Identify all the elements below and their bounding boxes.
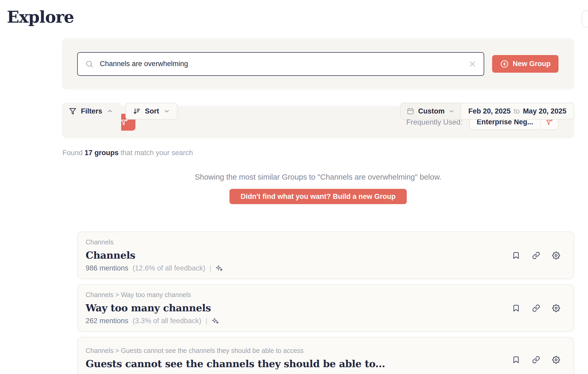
breadcrumb: Channels > Guests cannot see the channel… [86,347,385,355]
new-group-button[interactable]: New Group [492,55,558,73]
sparkles-icon [212,317,219,325]
search-section: New Group [62,38,574,90]
mentions-count: 262 mentions [86,317,128,325]
gear-icon[interactable] [552,252,560,259]
gear-icon[interactable] [552,356,560,364]
found-count: 17 groups [85,149,119,157]
funnel-icon [69,107,77,115]
chevron-up-icon [106,108,113,115]
group-results-list: Channels Channels 986 mentions (12.6% of… [77,232,574,374]
similar-section: Showing the most similar Groups to "Chan… [62,173,574,204]
group-card[interactable]: Channels > Guests cannot see the channel… [77,337,574,374]
build-new-group-label: Didn't find what you want? Build a new G… [241,193,395,201]
group-card-info: Channels > Way too many channels Way too… [86,291,219,325]
sort-label: Sort [145,107,159,115]
chevron-down-icon [448,108,455,114]
found-suffix: that match your search [119,149,193,157]
link-icon[interactable] [532,304,540,312]
search-icon [85,60,94,68]
group-card-actions [512,356,560,364]
bookmark-icon[interactable] [512,356,520,364]
filters-label: Filters [81,107,102,115]
breadcrumb: Channels > Way too many channels [86,291,219,299]
found-prefix: Found [62,149,85,157]
group-card[interactable]: Channels Channels 986 mentions (12.6% of… [77,232,574,279]
group-stats: 986 mentions (12.6% of all feedback) | [86,264,223,272]
build-new-group-button[interactable]: Didn't find what you want? Build a new G… [229,189,406,204]
mentions-count: 986 mentions [86,264,128,272]
group-stats: 262 mentions (3.3% of all feedback) | [86,317,219,325]
group-title: Guests cannot see the channels they shou… [86,358,385,370]
mentions-share: (3.3% of all feedback) [133,317,201,325]
date-to-label: to [514,107,520,115]
sort-icon [133,107,141,115]
page-title: Explore [7,7,588,27]
group-card-info: Channels Channels 986 mentions (12.6% of… [86,238,223,272]
sort-button[interactable]: Sort [125,103,178,120]
bookmark-icon[interactable] [512,304,520,312]
mentions-share: (12.6% of all feedback) [133,264,205,272]
new-group-label: New Group [513,60,551,68]
group-card[interactable]: Channels > Way too many channels Way too… [77,284,574,332]
date-range-control: Custom Feb 20, 2025 to May 20, 2025 [400,103,574,120]
group-title: Way too many channels [86,302,219,314]
filters-button[interactable]: Filters [62,103,121,133]
search-input[interactable] [99,60,468,68]
plus-circle-icon [500,60,509,68]
toolbar: Filters Sort Custom Feb 20, 2025 to May … [62,103,574,120]
group-card-actions [512,252,560,259]
bookmark-icon[interactable] [512,252,520,259]
date-end: May 20, 2025 [523,107,566,115]
similar-note: Showing the most similar Groups to "Chan… [62,173,574,181]
results-summary: Found 17 groups that match your search [62,149,588,157]
date-preset-dropdown[interactable]: Custom [401,103,461,119]
group-card-info: Channels > Guests cannot see the channel… [86,347,385,373]
breadcrumb: Channels [86,238,223,246]
sparkles-icon [215,264,223,272]
chevron-down-icon [163,108,170,115]
calendar-icon [406,107,414,115]
top-right-cutoff-button[interactable] [582,11,588,27]
link-icon[interactable] [532,356,540,364]
stats-divider: | [209,264,211,272]
search-box[interactable] [77,52,484,76]
stats-divider: | [205,317,207,325]
date-range-display[interactable]: Feb 20, 2025 to May 20, 2025 [461,103,574,119]
group-title: Channels [86,249,223,261]
date-start: Feb 20, 2025 [468,107,511,115]
link-icon[interactable] [532,252,540,259]
group-card-actions [512,304,560,312]
clear-search-icon[interactable] [468,60,476,68]
gear-icon[interactable] [552,304,560,312]
date-preset-label: Custom [418,107,445,115]
